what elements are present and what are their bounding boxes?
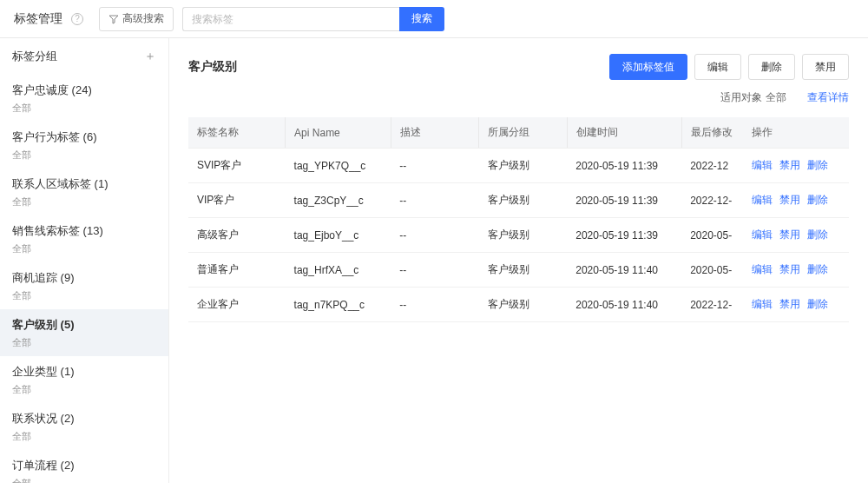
scope-value: 全部 [766,90,786,105]
main-actions: 添加标签值 编辑 删除 禁用 [609,54,849,80]
cell-desc: -- [391,218,478,253]
sidebar-item[interactable]: 客户行为标签 (6)全部 [0,122,168,169]
main: 客户级别 添加标签值 编辑 删除 禁用 适用对象 全部 查看详情 [169,38,868,483]
col-name: 标签名称 [188,117,286,149]
table-row: VIP客户tag_Z3CpY__c--客户级别2020-05-19 11:392… [188,183,849,218]
table-row: 普通客户tag_HrfXA__c--客户级别2020-05-19 11:4020… [188,253,849,288]
sidebar-item[interactable]: 订单流程 (2)全部 [0,450,168,483]
cell-actions: 编辑禁用删除 [743,288,849,322]
table-body: SVIP客户tag_YPK7Q__c--客户级别2020-05-19 11:39… [188,149,849,322]
row-action-link[interactable]: 禁用 [779,228,800,242]
search-box: 搜索 [182,7,444,31]
cell-desc: -- [391,288,478,322]
sidebar-item[interactable]: 销售线索标签 (13)全部 [0,215,168,262]
sidebar-list: 客户忠诚度 (24)全部客户行为标签 (6)全部联系人区域标签 (1)全部销售线… [0,75,168,483]
tag-table: 标签名称 Api Name 描述 所属分组 创建时间 最后修改 操作 SVIP客… [188,117,849,322]
row-action-link[interactable]: 编辑 [752,228,773,242]
sidebar-item[interactable]: 联系人区域标签 (1)全部 [0,169,168,215]
page-title: 标签管理 [14,11,62,27]
col-api: Api Name [286,117,391,149]
sub-header: 适用对象 全部 查看详情 [188,90,849,105]
cell-modified: 2020-05- [681,218,743,253]
advanced-search-button[interactable]: 高级搜索 [99,7,174,31]
row-action-link[interactable]: 编辑 [752,297,773,312]
sidebar-item-label: 联系人区域标签 (1) [12,175,156,193]
sidebar-item[interactable]: 商机追踪 (9)全部 [0,262,168,309]
table-header-row: 标签名称 Api Name 描述 所属分组 创建时间 最后修改 操作 [188,117,849,149]
sidebar-item-label: 订单流程 (2) [12,457,156,474]
sidebar-item[interactable]: 客户忠诚度 (24)全部 [0,75,168,122]
row-action-link[interactable]: 编辑 [752,262,773,277]
cell-api: tag_YPK7Q__c [286,149,391,183]
sidebar-item-sub: 全部 [12,429,156,444]
sidebar-item-sub: 全部 [12,288,156,303]
sidebar-title: 标签分组 [12,49,57,64]
plus-icon[interactable]: ＋ [144,49,156,64]
table-row: 企业客户tag_n7KPQ__c--客户级别2020-05-19 11:4020… [188,288,849,322]
cell-actions: 编辑禁用删除 [743,149,849,183]
cell-name: 企业客户 [188,288,286,322]
sidebar-item-sub: 全部 [12,148,156,162]
cell-group: 客户级别 [479,149,567,183]
cell-desc: -- [391,253,478,288]
sidebar-item-label: 客户行为标签 (6) [12,129,156,146]
cell-name: VIP客户 [188,183,286,218]
row-action-link[interactable]: 删除 [807,297,828,312]
sidebar-item-sub: 全部 [12,382,156,397]
row-action-link[interactable]: 编辑 [752,158,773,173]
row-action-link[interactable]: 禁用 [779,297,800,312]
sidebar-item[interactable]: 客户级别 (5)全部 [0,309,168,356]
col-desc: 描述 [391,117,478,149]
cell-modified: 2022-12 [681,149,743,183]
search-input[interactable] [182,7,399,31]
row-action-link[interactable]: 禁用 [779,262,800,277]
row-action-link[interactable]: 禁用 [779,193,800,208]
row-action-link[interactable]: 删除 [807,228,828,242]
row-action-link[interactable]: 禁用 [779,158,800,173]
main-title: 客户级别 [188,59,237,75]
advanced-search-label: 高级搜索 [122,11,164,26]
sidebar-item[interactable]: 联系状况 (2)全部 [0,403,168,450]
sidebar-item-sub: 全部 [12,242,156,256]
sidebar-header: 标签分组 ＋ [0,38,168,75]
cell-api: tag_n7KPQ__c [286,288,391,322]
scope-info: 适用对象 全部 [720,90,786,105]
sidebar-item-label: 联系状况 (2) [12,410,156,427]
col-actions: 操作 [743,117,849,149]
cell-name: 高级客户 [188,218,286,253]
cell-created: 2020-05-19 11:39 [567,149,681,183]
cell-group: 客户级别 [479,288,567,322]
cell-desc: -- [391,183,478,218]
filter-icon [108,14,119,24]
col-group: 所属分组 [479,117,567,149]
disable-button[interactable]: 禁用 [802,54,849,80]
top-bar: 标签管理 ? 高级搜索 搜索 [0,0,868,38]
edit-button[interactable]: 编辑 [694,54,741,80]
cell-created: 2020-05-19 11:40 [567,253,681,288]
cell-name: SVIP客户 [188,149,286,183]
add-tag-value-button[interactable]: 添加标签值 [609,54,687,80]
sidebar-item-label: 商机追踪 (9) [12,269,156,287]
sidebar: 标签分组 ＋ 客户忠诚度 (24)全部客户行为标签 (6)全部联系人区域标签 (… [0,38,169,483]
row-action-link[interactable]: 删除 [807,262,828,277]
view-detail-link[interactable]: 查看详情 [807,90,849,105]
sidebar-item-sub: 全部 [12,476,156,484]
search-button[interactable]: 搜索 [399,7,444,31]
row-action-link[interactable]: 删除 [807,193,828,208]
cell-actions: 编辑禁用删除 [743,183,849,218]
row-action-link[interactable]: 删除 [807,158,828,173]
cell-modified: 2022-12- [681,183,743,218]
help-icon[interactable]: ? [71,13,83,25]
cell-group: 客户级别 [479,253,567,288]
cell-api: tag_EjboY__c [286,218,391,253]
cell-group: 客户级别 [479,183,567,218]
cell-created: 2020-05-19 11:39 [567,183,681,218]
col-created: 创建时间 [567,117,681,149]
sidebar-item-label: 客户忠诚度 (24) [12,82,156,99]
sidebar-item[interactable]: 企业类型 (1)全部 [0,356,168,403]
delete-button[interactable]: 删除 [748,54,795,80]
main-header: 客户级别 添加标签值 编辑 删除 禁用 [188,54,849,80]
sidebar-item-sub: 全部 [12,335,156,350]
cell-created: 2020-05-19 11:40 [567,288,681,322]
row-action-link[interactable]: 编辑 [752,193,773,208]
